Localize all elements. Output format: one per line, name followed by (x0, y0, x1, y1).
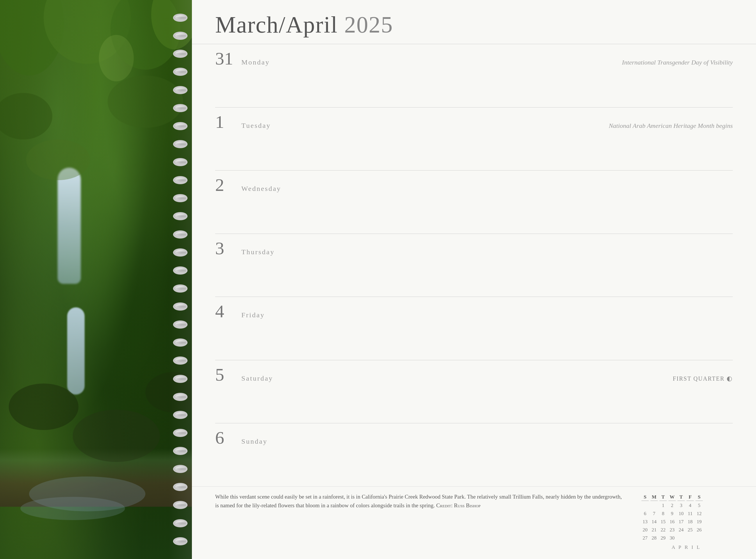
day-entry-31: 31 Monday International Transgender Day … (215, 44, 733, 108)
spiral-coil (173, 176, 188, 184)
col-header-s1: S (642, 494, 649, 501)
day-event-31: International Transgender Day of Visibil… (622, 59, 733, 66)
mini-cal-cell (650, 502, 658, 509)
mini-cal-cell: 20 (642, 527, 649, 533)
mini-cal-cell: 25 (687, 527, 694, 533)
day-entry-4: 4 Friday (215, 297, 733, 360)
day-name-5: Saturday (241, 375, 273, 382)
mini-cal-row-4: 27282930 (642, 535, 703, 541)
calendar-header: March/April 2025 (192, 0, 756, 44)
day-header-31: 31 Monday International Transgender Day … (215, 49, 733, 67)
spiral-coil (173, 429, 188, 437)
day-number-6: 6 (215, 428, 236, 447)
mini-cal-cell: 2 (668, 502, 676, 509)
mini-cal-cell: 14 (650, 518, 658, 525)
col-header-t2: T (677, 494, 685, 501)
day-left-6: 6 Sunday (215, 428, 267, 447)
mini-cal-cell: 1 (660, 502, 667, 509)
day-header-1: 1 Tuesday National Arab American Heritag… (215, 113, 733, 131)
day-entry-3: 3 Thursday (215, 234, 733, 297)
day-header-3: 3 Thursday (215, 239, 733, 257)
mini-cal-row-3: 20212223242526 (642, 527, 703, 533)
day-header-2: 2 Wednesday (215, 176, 733, 194)
mini-cal-cell: 19 (695, 518, 703, 525)
mini-cal-cell: 23 (668, 527, 676, 533)
svg-point-12 (99, 35, 134, 81)
mini-cal-cell: 4 (687, 502, 694, 509)
mini-cal-cell: 21 (650, 527, 658, 533)
day-entry-5: 5 Saturday FIRST QUARTER ◐ (215, 360, 733, 424)
spiral-coil (173, 501, 188, 509)
mini-cal-cell: 7 (650, 510, 658, 517)
spiral-coil (173, 50, 188, 58)
day-name-4: Friday (241, 311, 265, 319)
mini-calendar: S M T W T F S 12345678910111213141516171… (640, 492, 733, 550)
spiral-coil (173, 194, 188, 202)
mini-cal-cell: 3 (677, 502, 685, 509)
mini-cal-cell: 24 (677, 527, 685, 533)
spiral-coil (173, 537, 188, 545)
day-entry-2: 2 Wednesday (215, 171, 733, 234)
mini-cal-cell: 5 (695, 502, 703, 509)
spiral-coil (173, 320, 188, 329)
mini-cal-cell: 18 (687, 518, 694, 525)
mini-cal-cell: 29 (660, 535, 667, 541)
spiral-coil (173, 411, 188, 419)
day-name-3: Thursday (241, 248, 275, 256)
svg-point-8 (73, 410, 160, 462)
mini-cal-row-2: 13141516171819 (642, 518, 703, 525)
spiral-binding (169, 0, 192, 559)
calendar-entries: 31 Monday International Transgender Day … (192, 44, 756, 486)
spiral-coil (173, 248, 188, 256)
month-label: March/April (215, 12, 338, 38)
svg-point-6 (26, 139, 90, 180)
svg-point-4 (0, 93, 52, 139)
spiral-coil (173, 483, 188, 491)
day-number-5: 5 (215, 365, 236, 383)
spiral-coil (173, 158, 188, 166)
spiral-coil (173, 140, 188, 148)
mini-calendar-header-row: S M T W T F S (642, 494, 703, 501)
mini-cal-cell: 11 (687, 510, 694, 517)
spiral-coil (173, 32, 188, 40)
spiral-coil (173, 122, 188, 130)
col-header-f: F (687, 494, 694, 501)
moon-icon: ◐ (727, 375, 733, 382)
day-left-5: 5 Saturday (215, 365, 273, 383)
col-header-t1: T (660, 494, 667, 501)
mini-cal-cell: 6 (642, 510, 649, 517)
mini-cal-cell: 26 (695, 527, 703, 533)
mini-cal-row-0: 12345 (642, 502, 703, 509)
mini-cal-cell (677, 535, 685, 541)
mini-cal-cell: 12 (695, 510, 703, 517)
spiral-coil (173, 393, 188, 401)
day-name-2: Wednesday (241, 185, 281, 193)
mini-cal-cell: 8 (660, 510, 667, 517)
day-left-3: 3 Thursday (215, 239, 275, 257)
mini-cal-cell (695, 535, 703, 541)
spiral-coil (173, 519, 188, 527)
mini-cal-cell: 15 (660, 518, 667, 525)
day-left-4: 4 Friday (215, 302, 265, 320)
mini-calendar-month: A P R I L (640, 544, 733, 550)
svg-point-11 (20, 497, 125, 520)
spiral-coil (173, 303, 188, 311)
mini-cal-cell: 9 (668, 510, 676, 517)
mini-cal-cell: 28 (650, 535, 658, 541)
footer-credit: Credit: Russ Bishop (436, 502, 480, 509)
spiral-coil (173, 465, 188, 473)
day-name-1: Tuesday (241, 122, 271, 130)
spiral-coil (173, 230, 188, 239)
col-header-m: M (650, 494, 658, 501)
svg-point-7 (9, 383, 79, 430)
day-header-6: 6 Sunday (215, 428, 733, 447)
mini-calendar-table: S M T W T F S 12345678910111213141516171… (640, 492, 705, 543)
day-number-4: 4 (215, 302, 236, 320)
spiral-coil (173, 86, 188, 94)
day-number-31: 31 (215, 49, 236, 67)
spiral-coil (173, 14, 188, 22)
spiral-coil (173, 266, 188, 274)
footer-description: While this verdant scene could easily be… (215, 492, 622, 510)
mini-cal-cell: 27 (642, 535, 649, 541)
mini-cal-cell: 13 (642, 518, 649, 525)
